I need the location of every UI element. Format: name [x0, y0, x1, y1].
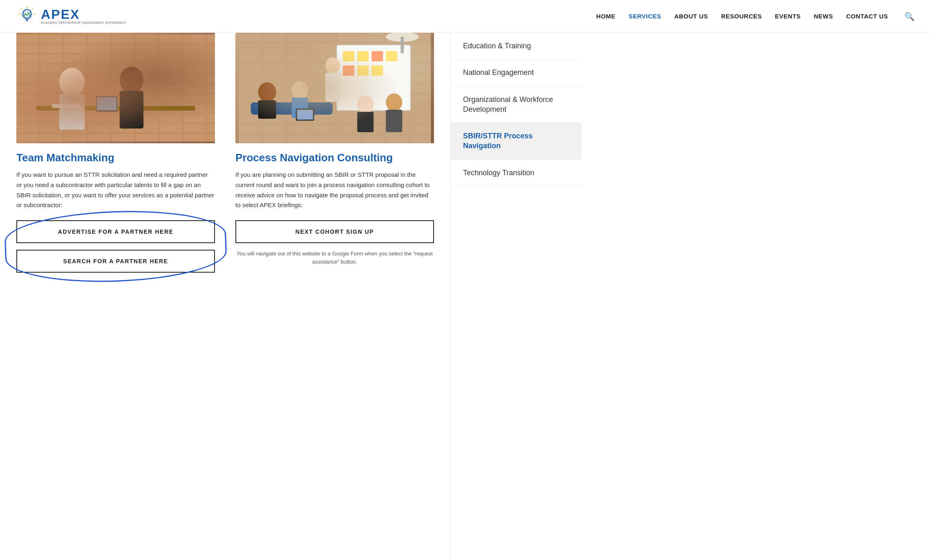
process-image-svg — [235, 33, 434, 143]
svg-rect-44 — [357, 112, 374, 132]
svg-rect-21 — [239, 33, 431, 143]
logo-subtitle-text: ACADEMIC PARTNERSHIP ENGAGEMENT EXPERIME… — [41, 21, 126, 25]
team-matchmaking-desc: If you want to pursue an STTR solicitati… — [16, 170, 215, 210]
team-image-svg — [16, 33, 215, 143]
page-layout: Team Matchmaking If you want to pursue a… — [0, 33, 931, 560]
nav-home[interactable]: HOME — [596, 13, 615, 20]
svg-rect-11 — [16, 34, 215, 142]
nav-contact[interactable]: CONTACT US — [846, 13, 888, 20]
svg-rect-38 — [258, 100, 276, 119]
logo-apex-text: APEX — [41, 8, 126, 21]
nav-about[interactable]: ABOUT US — [674, 13, 708, 20]
team-matchmaking-card: Team Matchmaking If you want to pursue a… — [16, 33, 215, 279]
svg-point-14 — [59, 68, 85, 97]
svg-rect-13 — [36, 106, 195, 111]
svg-rect-42 — [297, 110, 313, 120]
advertise-partner-button[interactable]: ADVERTISE FOR A PARTNER HERE — [16, 220, 215, 243]
svg-rect-26 — [357, 51, 369, 61]
sidebar-item-tech[interactable]: Technology Transition — [451, 160, 581, 186]
process-navigation-desc: If you are planning on submitting an SBI… — [235, 170, 434, 210]
sidebar-item-national[interactable]: National Engagement — [451, 59, 581, 86]
svg-line-6 — [32, 9, 33, 9]
search-partner-button[interactable]: SEARCH FOR A PARTNER HERE — [16, 250, 215, 273]
nav-news[interactable]: NEWS — [814, 13, 833, 20]
sidebar-item-sbir[interactable]: SBIR/STTR Process Navigation — [451, 123, 581, 160]
nav-services[interactable]: SERVICES — [628, 13, 661, 20]
svg-point-39 — [292, 81, 308, 99]
svg-rect-29 — [343, 65, 355, 76]
svg-rect-40 — [292, 97, 308, 118]
svg-rect-24 — [337, 45, 411, 111]
sidebar-item-education[interactable]: Education & Training — [451, 33, 581, 59]
svg-point-32 — [386, 33, 419, 42]
svg-rect-10 — [16, 34, 215, 142]
svg-point-34 — [325, 57, 340, 74]
svg-point-43 — [357, 95, 374, 113]
svg-rect-27 — [372, 51, 383, 61]
sidebar: Education & Training National Engagement… — [450, 33, 581, 560]
main-content: Team Matchmaking If you want to pursue a… — [0, 33, 450, 560]
next-cohort-button[interactable]: NEXT COHORT SIGN UP — [235, 220, 434, 243]
main-nav: HOME SERVICES ABOUT US RESOURCES EVENTS … — [596, 11, 915, 21]
process-navigation-card: Process Navigation Consulting If you are… — [235, 33, 434, 279]
svg-rect-31 — [372, 65, 383, 76]
svg-rect-19 — [97, 97, 117, 110]
svg-rect-17 — [120, 91, 143, 129]
svg-rect-35 — [325, 73, 340, 102]
team-matchmaking-title: Team Matchmaking — [16, 151, 215, 164]
site-header: APEX ACADEMIC PARTNERSHIP ENGAGEMENT EXP… — [0, 0, 931, 33]
svg-rect-20 — [52, 104, 80, 108]
svg-rect-18 — [96, 96, 118, 112]
svg-rect-41 — [296, 108, 314, 121]
svg-line-7 — [21, 9, 22, 9]
circle-annotation — [4, 208, 228, 286]
svg-rect-36 — [251, 102, 333, 115]
svg-point-37 — [258, 82, 276, 102]
svg-rect-28 — [386, 51, 398, 61]
process-navigation-image — [235, 33, 434, 143]
svg-point-16 — [120, 67, 143, 94]
svg-rect-22 — [239, 33, 431, 143]
process-navigation-title: Process Navigation Consulting — [235, 151, 434, 164]
svg-point-45 — [386, 93, 402, 111]
svg-rect-33 — [401, 37, 404, 53]
process-navigation-note: You will navigate out of this website to… — [235, 250, 434, 266]
sidebar-item-org[interactable]: Organizational & Workforce Development — [451, 86, 581, 123]
svg-rect-15 — [59, 94, 85, 130]
team-matchmaking-image — [16, 33, 215, 143]
nav-resources[interactable]: RESOURCES — [721, 13, 762, 20]
cards-row: Team Matchmaking If you want to pursue a… — [16, 33, 434, 279]
search-button[interactable]: 🔍 — [904, 11, 915, 21]
svg-rect-30 — [357, 65, 369, 76]
team-matchmaking-buttons: ADVERTISE FOR A PARTNER HERE SEARCH FOR … — [16, 220, 215, 273]
logo-area[interactable]: APEX ACADEMIC PARTNERSHIP ENGAGEMENT EXP… — [16, 6, 126, 27]
nav-events[interactable]: EVENTS — [775, 13, 801, 20]
svg-rect-25 — [343, 51, 355, 61]
svg-rect-46 — [386, 110, 402, 132]
apex-logo-icon — [16, 6, 38, 27]
